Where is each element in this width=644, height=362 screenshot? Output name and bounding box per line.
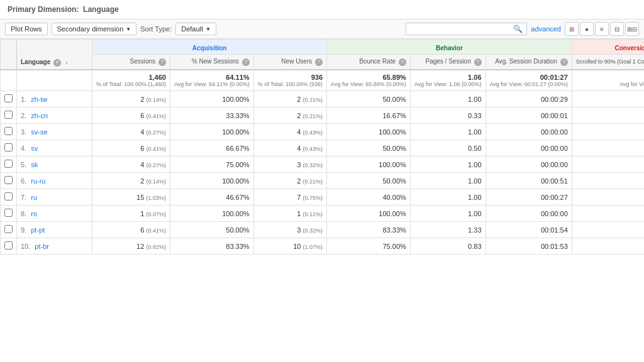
row-number: 9.	[21, 226, 26, 234]
row-pct-new: 100.00%	[170, 91, 253, 107]
row-checkbox-input[interactable]	[4, 127, 13, 135]
row-bounce-rate: 50.00%	[327, 140, 411, 156]
row-checkbox-input[interactable]	[4, 241, 13, 250]
row-pct-new: 46.67%	[170, 189, 253, 206]
new-users-header[interactable]: New Users ?	[253, 55, 326, 70]
row-conv-rate: 0.00%	[572, 156, 644, 173]
language-label: Language	[21, 58, 50, 65]
secondary-dimension-label: Secondary dimension	[57, 25, 124, 33]
view-icon-grid[interactable]: ⊞	[565, 22, 579, 36]
search-icon[interactable]: 🔍	[513, 25, 523, 33]
row-new-users: 10 (1.07%)	[253, 238, 326, 255]
pct-new-sessions-header[interactable]: % New Sessions ?	[170, 55, 253, 70]
row-pages-session: 0.50	[410, 140, 486, 156]
conv-rate-header[interactable]: Scrolled to 90% (Goal 1 Conversion Rate)…	[572, 55, 644, 70]
column-sub-header-row: Sessions ? % New Sessions ? New Users ? …	[1, 55, 645, 70]
row-pages-session: 1.33	[410, 222, 486, 238]
row-checkbox[interactable]	[1, 206, 17, 222]
row-avg-duration: 00:00:00	[486, 124, 572, 140]
language-link[interactable]: sk	[31, 161, 38, 168]
row-bounce-rate: 40.00%	[327, 189, 411, 206]
sessions-help-icon[interactable]: ?	[158, 58, 166, 66]
row-checkbox[interactable]	[1, 124, 17, 140]
row-sessions: 2 (0.14%)	[92, 91, 170, 107]
row-checkbox[interactable]	[1, 107, 17, 124]
view-icon-custom[interactable]: ⊞⊟	[625, 22, 639, 36]
view-icon-list[interactable]: ≡	[595, 22, 609, 36]
sessions-header[interactable]: Sessions ?	[92, 55, 170, 70]
search-input[interactable]	[410, 25, 511, 33]
row-avg-duration: 00:00:27	[486, 189, 572, 206]
row-pages-session: 1.00	[410, 156, 486, 173]
language-link[interactable]: sv	[31, 145, 38, 152]
row-bounce-rate: 50.00%	[327, 91, 411, 107]
bounce-rate-help-icon[interactable]: ?	[399, 58, 406, 66]
row-number: 3.	[21, 128, 26, 136]
secondary-dimension-button[interactable]: Secondary dimension ▼	[52, 23, 137, 35]
avg-duration-header[interactable]: Avg. Session Duration ?	[486, 55, 572, 70]
language-link[interactable]: pt-pt	[31, 226, 45, 234]
row-avg-duration: 00:00:51	[486, 173, 572, 189]
column-group-header-row: Language ? ↓ Acquisition Behavior Conver…	[1, 40, 645, 55]
new-users-help-icon[interactable]: ?	[315, 58, 323, 66]
row-checkbox-input[interactable]	[4, 143, 13, 151]
advanced-link[interactable]: advanced	[531, 25, 561, 33]
row-checkbox[interactable]	[1, 140, 17, 156]
primary-dimension-value: Language	[83, 5, 119, 14]
language-link[interactable]: ro	[31, 210, 37, 217]
row-sessions: 2 (0.14%)	[92, 173, 170, 189]
default-sort-button[interactable]: Default ▼	[175, 23, 216, 35]
row-conv-rate: 8.33%	[572, 238, 644, 255]
row-sessions: 6 (0.41%)	[92, 107, 170, 124]
language-link[interactable]: zh-cn	[31, 112, 48, 119]
pct-new-sessions-help-icon[interactable]: ?	[242, 58, 250, 66]
bounce-rate-header[interactable]: Bounce Rate ?	[327, 55, 411, 70]
row-checkbox-input[interactable]	[4, 209, 13, 217]
table-row: 8. ro 1 (0.07%) 100.00% 1 (0.11%) 100.00…	[1, 206, 645, 222]
row-checkbox[interactable]	[1, 156, 17, 173]
row-number: 1.	[21, 96, 26, 103]
row-checkbox[interactable]	[1, 222, 17, 238]
table-row: 10. pt-br 12 (0.82%) 83.33% 10 (1.07%) 7…	[1, 238, 645, 255]
row-checkbox[interactable]	[1, 173, 17, 189]
pages-session-header[interactable]: Pages / Session ?	[410, 55, 486, 70]
row-checkbox-input[interactable]	[4, 160, 13, 168]
row-checkbox[interactable]	[1, 91, 17, 107]
row-avg-duration: 00:01:53	[486, 238, 572, 255]
plot-rows-button[interactable]: Plot Rows	[5, 23, 48, 35]
view-icon-pivot[interactable]: ⊟	[610, 22, 624, 36]
row-checkbox-input[interactable]	[4, 111, 13, 119]
language-link[interactable]: zh-tw	[31, 96, 47, 103]
row-avg-duration: 00:00:00	[486, 156, 572, 173]
row-bounce-rate: 75.00%	[327, 238, 411, 255]
row-number: 7.	[21, 194, 26, 201]
row-pct-new: 75.00%	[170, 156, 253, 173]
language-link[interactable]: ru-ru	[31, 177, 45, 185]
view-icon-pie[interactable]: ●	[580, 22, 594, 36]
avg-duration-help-icon[interactable]: ?	[560, 58, 568, 66]
language-help-icon[interactable]: ?	[53, 59, 61, 67]
sort-icon[interactable]: ↓	[65, 59, 69, 65]
row-number: 10.	[21, 243, 30, 250]
row-avg-duration: 00:00:00	[486, 140, 572, 156]
behavior-group-header: Behavior	[327, 40, 572, 55]
totals-lang-cell	[17, 70, 92, 91]
row-checkbox-input[interactable]	[4, 192, 13, 200]
language-link[interactable]: pt-br	[35, 243, 49, 250]
row-checkbox-input[interactable]	[4, 176, 13, 184]
row-checkbox[interactable]	[1, 238, 17, 255]
language-link[interactable]: ru	[31, 194, 37, 201]
table-row: 1. zh-tw 2 (0.14%) 100.00% 2 (0.21%) 50.…	[1, 91, 645, 107]
row-checkbox[interactable]	[1, 189, 17, 206]
row-pages-session: 0.83	[410, 238, 486, 255]
row-new-users: 4 (0.43%)	[253, 140, 326, 156]
row-checkbox-input[interactable]	[4, 225, 13, 233]
view-icons-group: ⊞ ● ≡ ⊟ ⊞⊟	[565, 22, 639, 36]
row-checkbox-input[interactable]	[4, 94, 13, 102]
row-new-users: 2 (0.21%)	[253, 91, 326, 107]
secondary-dimension-arrow: ▼	[126, 26, 131, 32]
language-link[interactable]: sv-se	[31, 128, 47, 136]
pages-session-help-icon[interactable]: ?	[474, 58, 482, 66]
totals-new-users: 936 % of Total: 100.00% (936)	[253, 70, 326, 91]
row-conv-rate: 0.00%	[572, 206, 644, 222]
